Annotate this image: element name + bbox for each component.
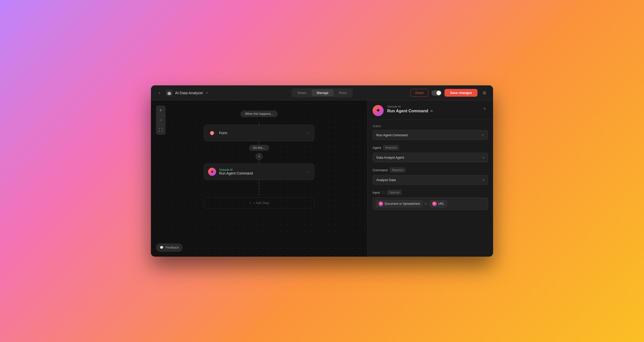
layout-button[interactable]: ⊞ [480,89,488,97]
agent-field-row: Agent Required [373,145,488,150]
action-panel: ✦ Taskade AI Run Agent Command ✏ ✕ Actio… [367,100,493,257]
title-edit-icon[interactable]: ✏ [206,91,209,95]
panel-header: ✦ Taskade AI Run Agent Command ✏ ✕ [368,100,493,120]
body: + − ⛶ When this happens... 🎯 Form ··· [151,100,493,257]
input-section: Input ⓘ Optional ✦ Document or Spreadshe… [373,190,488,210]
action-field[interactable]: Run Agent Command ✕ [373,130,488,140]
toolbar-divider [157,115,165,115]
header: ‹ 🤖 AI Data Analyzer ✏ Share Manage Runs… [151,85,493,100]
command-section: Command Required Analyze Data ▾ [373,167,488,185]
panel-taskade-icon: ✦ [376,107,380,114]
toggle-knob [436,91,441,95]
agent-section: Agent Required Data Analyst Agent ▾ [373,145,488,162]
canvas-toolbar: + − ⛶ [156,106,166,135]
tab-bar: Share Manage Runs [291,88,353,97]
panel-action-title: Run Agent Command ✏ [387,109,477,113]
command-label: Command [373,168,388,172]
toggle-switch[interactable] [431,90,441,96]
run-agent-node[interactable]: ✦ Taskade AI Run Agent Command ··· [204,163,314,180]
input-field-row: Input ⓘ Optional [373,190,488,195]
command-value: Analyze Data [376,178,396,182]
command-chevron-icon: ▾ [483,178,484,182]
run-agent-node-more[interactable]: ··· [306,169,310,175]
url-chip-icon: ✦ [432,201,437,206]
chips-or-label: or [425,202,427,206]
input-optional-badge: Optional [387,190,402,195]
add-between-button[interactable]: + [256,153,263,160]
agent-select[interactable]: Data Analyst Agent ▾ [373,153,488,162]
app-icon: 🤖 [166,89,173,96]
save-changes-button[interactable]: Save changes [445,89,477,97]
action-section: Action Run Agent Command ✕ [373,124,488,140]
robot-icon: 🤖 [167,91,171,95]
zoom-out-button[interactable]: − [157,116,165,124]
form-node-more[interactable]: ··· [306,130,310,136]
panel-header-text: Taskade AI Run Agent Command ✏ [387,105,477,113]
form-node-icon: 🎯 [208,129,216,137]
app-window: ‹ 🤖 AI Data Analyzer ✏ Share Manage Runs… [151,85,493,257]
input-chips-container: ✦ Document or Spreadsheet or ✦ URL [373,197,488,210]
header-right: Share Save changes ⊞ [356,89,488,97]
dashed-connector [259,180,259,195]
flow-container: When this happens... 🎯 Form ··· Do this.… [151,100,367,257]
run-agent-node-icon: ✦ [208,168,216,176]
trigger-pill: When this happens... [240,111,278,117]
fullscreen-button[interactable]: ⛶ [157,126,165,134]
back-button[interactable]: ‹ [156,89,163,96]
connector-3 [259,160,259,163]
panel-body: Action Run Agent Command ✕ Agent Require… [368,120,493,215]
panel-agent-icon: ✦ [373,105,384,116]
form-node-title: Form [219,131,303,135]
url-chip-label: URL [438,202,444,206]
action-clear-button[interactable]: ✕ [481,133,484,137]
toolbar-divider-2 [157,125,165,125]
agent-label: Agent [373,146,381,150]
add-step-plus-icon: + [249,201,251,205]
doc-chip[interactable]: ✦ Document or Spreadsheet [376,200,423,207]
command-field-row: Command Required [373,167,488,173]
doc-taskade-icon: ✦ [380,202,382,205]
add-step-button[interactable]: + + Add Step [204,197,314,209]
action-value: Run Agent Command [376,133,408,137]
connector-group: Do this... + [249,145,269,160]
command-select[interactable]: Analyze Data ▾ [373,175,488,185]
feedback-button[interactable]: 💬 Feedback [156,244,183,252]
command-required-badge: Required [390,167,406,173]
panel-close-button[interactable]: ✕ [481,105,488,112]
action-section-label: Action [373,124,488,128]
form-icon: 🎯 [210,131,215,135]
zoom-in-button[interactable]: + [157,107,165,114]
tab-manage[interactable]: Manage [312,89,334,96]
feedback-icon: 💬 [160,246,164,249]
form-node[interactable]: 🎯 Form ··· [204,125,314,141]
header-left: ‹ 🤖 AI Data Analyzer ✏ [156,89,288,96]
do-pill: Do this... [249,145,269,151]
panel-title-text: Run Agent Command [387,109,428,113]
panel-source: Taskade AI [387,105,477,108]
url-chip[interactable]: ✦ URL [429,200,447,207]
flow-canvas[interactable]: + − ⛶ When this happens... 🎯 Form ··· [151,100,367,257]
agent-required-badge: Required [383,145,399,150]
input-label: Input [373,191,380,194]
tab-share[interactable]: Share [292,89,311,96]
doc-chip-icon: ✦ [379,201,383,206]
app-title: AI Data Analyzer [175,91,203,95]
feedback-label: Feedback [166,246,179,249]
tab-runs[interactable]: Runs [334,89,352,96]
connector-2 [259,141,259,145]
agent-chevron-icon: ▾ [483,156,484,159]
run-agent-title: Run Agent Command [219,171,303,175]
node-text-group: Taskade AI Run Agent Command [219,168,303,175]
url-taskade-icon: ✦ [433,202,435,205]
agent-value: Data Analyst Agent [376,156,404,159]
add-step-label: + Add Step [253,201,269,205]
share-button[interactable]: Share [410,89,429,97]
panel-edit-icon[interactable]: ✏ [430,109,433,113]
input-info-icon[interactable]: ⓘ [382,190,385,195]
connector [259,121,259,125]
doc-chip-label: Document or Spreadsheet [385,202,420,206]
taskade-icon: ✦ [211,169,214,174]
run-agent-subtitle: Taskade AI [219,168,303,171]
